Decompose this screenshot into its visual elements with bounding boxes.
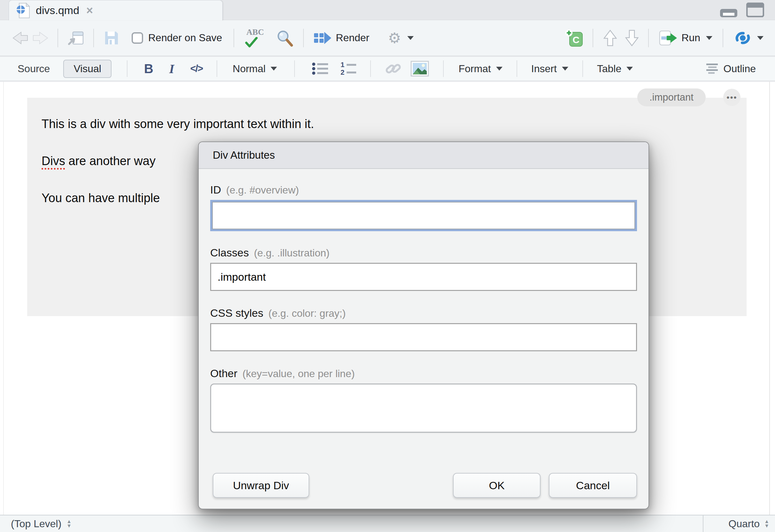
id-input[interactable]	[210, 200, 637, 231]
margin-line	[769, 82, 770, 515]
classes-field-label: Classes (e.g. .illustration)	[210, 247, 637, 259]
css-styles-label-hint: (e.g. color: gray;)	[268, 308, 346, 319]
insert-chunk-icon: C	[565, 29, 583, 47]
format-toolbar: Source Visual B I </> Normal 1 2	[0, 57, 775, 81]
visual-mode-button[interactable]: Visual	[63, 60, 111, 78]
link-button[interactable]	[385, 61, 402, 76]
paragraph-style-dropdown[interactable]: Normal	[232, 63, 265, 75]
tab-divs-qmd[interactable]: divs.qmd ×	[9, 0, 223, 20]
gutter-line	[3, 82, 4, 515]
pane-controls	[720, 3, 764, 17]
unwrap-div-button[interactable]: Unwrap Div	[213, 473, 309, 498]
maximize-pane-icon[interactable]	[746, 3, 764, 17]
rerun-options-caret-icon[interactable]	[757, 36, 764, 40]
file-type-label: Quarto	[728, 518, 760, 530]
back-icon[interactable]	[11, 31, 29, 45]
css-styles-label-text: CSS styles	[210, 307, 263, 319]
render-options-caret-icon[interactable]	[407, 36, 414, 40]
svg-text:C: C	[573, 34, 580, 45]
quarto-file-icon	[17, 3, 31, 19]
other-textarea[interactable]	[210, 384, 637, 433]
render-on-save-checkbox[interactable]	[132, 32, 143, 44]
code-button[interactable]: </>	[190, 63, 202, 74]
main-toolbar: Render on Save ABC Render ⚙	[0, 20, 775, 56]
insert-chunk-button[interactable]: C	[565, 29, 583, 47]
paragraph[interactable]: This is a div with some very important t…	[42, 116, 314, 132]
ok-button[interactable]: OK	[453, 473, 541, 498]
chunk-down-icon[interactable]	[625, 30, 639, 46]
insert-menu[interactable]: Insert	[531, 63, 557, 75]
paragraph[interactable]: Divs are another way	[42, 153, 156, 169]
rstudio-editor-window: divs.qmd ×	[0, 0, 775, 532]
tab-strip: divs.qmd ×	[0, 0, 775, 20]
render-icon	[313, 31, 331, 45]
tab-close-icon[interactable]: ×	[86, 4, 93, 17]
outline-level-label: (Top Level)	[11, 518, 61, 530]
spellcheck-button[interactable]: ABC	[244, 27, 268, 49]
outline-level-stepper-icon[interactable]: ▲▼	[66, 519, 72, 528]
open-in-new-window-icon[interactable]	[67, 30, 84, 46]
outline-icon	[705, 62, 719, 75]
other-label-text: Other	[210, 367, 237, 380]
cancel-button[interactable]: Cancel	[549, 473, 637, 498]
id-field-label: ID (e.g. #overview)	[210, 184, 637, 196]
paragraph[interactable]: You can have multiple	[42, 190, 160, 206]
div-options-dots-icon[interactable]: •••	[723, 89, 741, 106]
classes-input[interactable]	[210, 263, 637, 291]
status-bar: (Top Level) ▲▼ Quarto ▲▼	[0, 515, 775, 532]
file-type-selector[interactable]: Quarto ▲▼	[703, 515, 775, 532]
gear-icon[interactable]: ⚙	[388, 31, 401, 45]
file-type-stepper-icon[interactable]: ▲▼	[764, 519, 769, 528]
dialog-body: ID (e.g. #overview) Classes (e.g. .illus…	[199, 169, 649, 509]
id-label-text: ID	[210, 184, 221, 196]
source-mode-button[interactable]: Source	[18, 63, 50, 75]
paragraph-text[interactable]: are another way	[65, 154, 156, 168]
outline-toggle[interactable]: Outline	[724, 63, 756, 75]
div-attributes-dialog: Div Attributes ID (e.g. #overview) Class…	[198, 141, 649, 509]
insert-menu-caret-icon[interactable]	[562, 67, 568, 71]
format-menu-caret-icon[interactable]	[496, 67, 503, 71]
numbered-list-button[interactable]: 1 2	[339, 61, 357, 76]
run-button[interactable]: Run	[681, 32, 700, 44]
spellcheck-check-icon	[245, 37, 258, 48]
paragraph-style-caret-icon[interactable]	[270, 67, 277, 71]
render-on-save-label: Render on Save	[148, 32, 222, 44]
misspelled-word[interactable]: Divs	[42, 154, 65, 168]
italic-button[interactable]: I	[169, 61, 174, 76]
spellcheck-abc: ABC	[246, 27, 264, 37]
run-options-caret-icon[interactable]	[706, 36, 712, 40]
render-button[interactable]: Render	[336, 32, 369, 44]
div-class-badge[interactable]: .important	[637, 88, 706, 106]
tab-title: divs.qmd	[36, 4, 79, 17]
id-label-hint: (e.g. #overview)	[226, 184, 299, 196]
svg-text:2: 2	[340, 68, 344, 76]
search-icon[interactable]	[276, 29, 293, 47]
classes-label-text: Classes	[210, 247, 249, 259]
rerun-icon[interactable]	[734, 30, 751, 46]
chunk-up-icon[interactable]	[604, 30, 617, 46]
other-field-label: Other (key=value, one per line)	[210, 367, 637, 380]
classes-label-hint: (e.g. .illustration)	[254, 247, 330, 259]
format-menu[interactable]: Format	[459, 63, 491, 75]
save-icon[interactable]	[104, 31, 119, 45]
bold-button[interactable]: B	[144, 62, 153, 76]
css-styles-field-label: CSS styles (e.g. color: gray;)	[210, 307, 637, 319]
table-menu-caret-icon[interactable]	[627, 67, 633, 71]
css-styles-input[interactable]	[210, 323, 637, 351]
minimize-pane-icon[interactable]	[720, 3, 737, 17]
image-button[interactable]	[411, 61, 429, 77]
run-icon	[659, 30, 678, 46]
svg-text:1: 1	[340, 61, 344, 69]
table-menu[interactable]: Table	[597, 63, 622, 75]
other-label-hint: (key=value, one per line)	[242, 368, 354, 380]
bullet-list-button[interactable]	[311, 61, 329, 76]
dialog-button-row: Unwrap Div OK Cancel	[210, 473, 637, 498]
outline-level-selector[interactable]: (Top Level) ▲▼	[0, 518, 72, 530]
dialog-title: Div Attributes	[199, 142, 649, 169]
forward-icon[interactable]	[32, 31, 49, 45]
